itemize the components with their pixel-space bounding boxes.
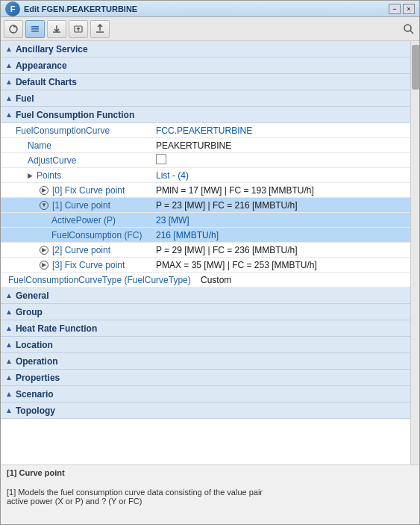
fuel-consumption-fc-row[interactable]: FuelConsumption (FC) 216 [MMBTU/h] (1, 228, 410, 243)
adjust-curve-row[interactable]: AdjustCurve (1, 153, 410, 168)
status-description-text: [1] Models the fuel consumption curve da… (7, 488, 263, 506)
status-title: [1] Curve point (7, 468, 413, 477)
toolbar-btn-import[interactable] (69, 20, 88, 38)
chevron-properties-icon: ▲ (5, 373, 13, 382)
fuel-curve-type-row[interactable]: FuelConsumptionCurveType (FuelCurveType)… (1, 273, 410, 288)
adjust-curve-label-text: AdjustCurve (28, 155, 76, 166)
point2-value: P = 29 [MW] | FC = 236 [MMBTU/h] (150, 245, 410, 255)
adjust-curve-value (150, 154, 410, 167)
point0-label: ▶ [0] Fix Curve point (1, 185, 150, 196)
section-topology[interactable]: ▲ Topology (1, 403, 410, 419)
section-location-label: Location (16, 340, 53, 350)
status-bar: [1] Curve point [1] Models the fuel cons… (1, 465, 419, 524)
section-fuel-consumption[interactable]: ▲ Fuel Consumption Function (1, 107, 410, 123)
chevron-heat-rate-icon: ▲ (5, 324, 13, 332)
point1-label: ▼ [1] Curve point (1, 200, 150, 211)
title-bar-left: F Edit FGEN.PEAKERTURBINE (5, 1, 137, 16)
point0-row[interactable]: ▶ [0] Fix Curve point PMIN = 17 [MW] | F… (1, 183, 410, 198)
point0-expand-icon[interactable]: ▶ (40, 186, 48, 195)
point1-label-text: [1] Curve point (52, 200, 110, 211)
point3-label-text: [3] Fix Curve point (52, 260, 125, 270)
svg-rect-1 (31, 26, 39, 28)
fuel-curve-type-value: Custom (195, 275, 231, 285)
fuel-consumption-curve-row[interactable]: FuelConsumptionCurve FCC.PEAKERTURBINE (1, 123, 410, 138)
section-heat-rate-label: Heat Rate Function (16, 323, 97, 334)
section-operation[interactable]: ▲ Operation (1, 353, 410, 370)
svg-rect-3 (31, 31, 39, 32)
section-fuel[interactable]: ▲ Fuel (1, 90, 410, 107)
chevron-fuel-consumption-icon: ▲ (5, 111, 13, 119)
list-icon (30, 24, 40, 34)
section-fuel-label: Fuel (16, 93, 34, 104)
adjust-curve-checkbox[interactable] (156, 154, 166, 164)
point0-value: PMIN = 17 [MW] | FC = 193 [MMBTU/h] (150, 185, 410, 196)
section-group[interactable]: ▲ Group (1, 304, 410, 320)
close-button[interactable]: × (403, 4, 415, 14)
section-fuel-consumption-label: Fuel Consumption Function (16, 110, 134, 120)
point1-expand-icon[interactable]: ▼ (40, 201, 48, 210)
point2-label: ▶ [2] Curve point (1, 245, 150, 255)
chevron-general-icon: ▲ (5, 291, 13, 299)
status-description: [1] Models the fuel consumption curve da… (7, 479, 413, 506)
main-window: F Edit FGEN.PEAKERTURBINE − × (0, 0, 420, 525)
section-general[interactable]: ▲ General (1, 288, 410, 304)
toolbar-btn-list[interactable] (25, 20, 45, 38)
section-default-charts[interactable]: ▲ Default Charts (1, 74, 410, 90)
chevron-topology-icon: ▲ (5, 406, 13, 414)
window-title: Edit FGEN.PEAKERTURBINE (24, 4, 137, 13)
download-icon (51, 24, 62, 34)
title-bar: F Edit FGEN.PEAKERTURBINE − × (1, 1, 419, 17)
fuel-consumption-fc-label: FuelConsumption (FC) (1, 230, 150, 240)
section-properties-label: Properties (16, 373, 60, 383)
fuel-consumption-curve-label: FuelConsumptionCurve (1, 125, 150, 136)
point2-expand-icon[interactable]: ▶ (40, 246, 48, 255)
point1-value: P = 23 [MW] | FC = 216 [MMBTU/h] (150, 200, 410, 211)
fuel-curve-type-label: FuelConsumptionCurveType (FuelCurveType) (1, 275, 195, 285)
title-bar-controls: − × (389, 4, 415, 14)
chevron-location-icon: ▲ (5, 341, 13, 349)
section-appearance[interactable]: ▲ Appearance (1, 58, 410, 74)
search-icon (403, 23, 415, 35)
chevron-group-icon: ▲ (5, 308, 13, 316)
point3-expand-icon[interactable]: ▶ (40, 261, 48, 270)
section-topology-label: Topology (16, 406, 55, 416)
scroll-thumb[interactable] (412, 45, 419, 90)
svg-rect-2 (31, 28, 39, 30)
chevron-ancillary-icon: ▲ (5, 45, 13, 53)
name-row[interactable]: Name PEAKERTURBINE (1, 138, 410, 153)
fuel-consumption-curve-label-text: FuelConsumptionCurve (16, 125, 110, 136)
toolbar-btn-download[interactable] (47, 20, 66, 38)
toolbar-btn-export[interactable] (90, 20, 110, 38)
section-scenario-label: Scenario (16, 389, 54, 400)
section-scenario[interactable]: ▲ Scenario (1, 386, 410, 403)
adjust-curve-label: AdjustCurve (1, 155, 150, 166)
app-icon: F (5, 1, 20, 16)
point1-row[interactable]: ▼ [1] Curve point P = 23 [MW] | FC = 216… (1, 198, 410, 213)
points-row[interactable]: ▶ Points List - (4) (1, 168, 410, 183)
section-ancillary-service[interactable]: ▲ Ancillary Service (1, 41, 410, 58)
import-icon (73, 24, 84, 34)
point3-row[interactable]: ▶ [3] Fix Curve point PMAX = 35 [MW] | F… (1, 258, 410, 273)
active-power-label: ActivePower (P) (1, 215, 150, 226)
fuel-consumption-curve-value: FCC.PEAKERTURBINE (150, 125, 410, 136)
point2-label-text: [2] Curve point (52, 245, 110, 255)
minimize-button[interactable]: − (389, 4, 401, 14)
scrollbar[interactable] (410, 41, 419, 465)
point2-row[interactable]: ▶ [2] Curve point P = 29 [MW] | FC = 236… (1, 243, 410, 258)
point0-label-text: [0] Fix Curve point (52, 185, 125, 196)
points-value: List - (4) (150, 170, 410, 181)
chevron-appearance-icon: ▲ (5, 61, 13, 69)
toolbar-btn-refresh[interactable] (4, 20, 23, 38)
section-operation-label: Operation (16, 356, 58, 367)
search-button[interactable] (401, 22, 416, 37)
section-properties[interactable]: ▲ Properties (1, 370, 410, 386)
section-ancillary-label: Ancillary Service (16, 44, 88, 55)
export-icon (95, 24, 105, 34)
active-power-row[interactable]: ActivePower (P) 23 [MW] (1, 213, 410, 228)
points-expand-icon[interactable]: ▶ (28, 172, 33, 179)
section-location[interactable]: ▲ Location (1, 337, 410, 353)
section-general-label: General (16, 291, 49, 301)
section-heat-rate[interactable]: ▲ Heat Rate Function (1, 320, 410, 337)
section-group-label: Group (16, 307, 43, 317)
chevron-operation-icon: ▲ (5, 357, 13, 365)
